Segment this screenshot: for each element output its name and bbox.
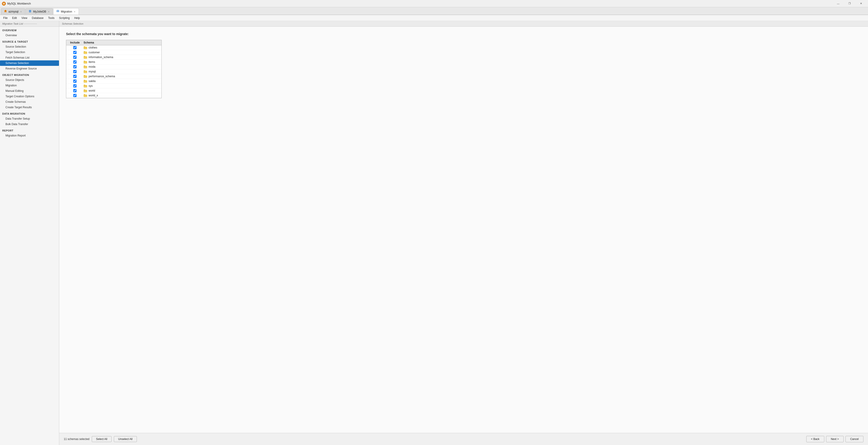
table-row: sys xyxy=(66,84,161,88)
restore-button[interactable]: ❐ xyxy=(844,0,855,7)
tab-icon-azmysql xyxy=(4,9,7,13)
sidebar-section-source--target: SOURCE & TARGET xyxy=(0,38,59,44)
schema-checkbox-performance_schema[interactable] xyxy=(73,75,76,78)
sidebar-item-schemas-selection[interactable]: Schemas Selection xyxy=(0,60,59,66)
menu-tools[interactable]: Tools xyxy=(46,16,57,20)
window-controls: — ❐ ✕ xyxy=(833,0,866,7)
back-button[interactable]: < Back xyxy=(806,436,824,442)
menu-view[interactable]: View xyxy=(19,16,30,20)
schema-name-cell-customer: customer xyxy=(82,51,160,54)
tab-bar: azmysql×MyJolieDB×Migration× xyxy=(0,7,868,15)
schema-name-cell-information_schema: information_schema xyxy=(82,56,160,59)
schema-checkbox-clothes[interactable] xyxy=(73,46,76,49)
sidebar-item-data-transfer-setup[interactable]: Data Transfer Setup xyxy=(0,116,59,121)
schema-checkbox-items[interactable] xyxy=(73,60,76,64)
table-row: world xyxy=(66,88,161,93)
schema-checkbox-information_schema[interactable] xyxy=(73,56,76,59)
schema-name-world_x: world_x xyxy=(89,94,98,97)
sidebar: Migration Task List ··················· … xyxy=(0,21,59,445)
schema-name-performance_schema: performance_schema xyxy=(89,75,115,78)
sidebar-section-data-migration: DATA MIGRATION xyxy=(0,110,59,116)
sidebar-item-fetch-schemas-list[interactable]: Fetch Schemas List xyxy=(0,55,59,60)
close-button[interactable]: ✕ xyxy=(856,0,866,7)
schema-checkbox-cell-world xyxy=(68,89,82,92)
footer-buttons: < Back Next > Cancel xyxy=(806,436,863,442)
tab-label-myjoliedb: MyJolieDB xyxy=(33,10,46,13)
tab-myjoliedb[interactable]: MyJolieDB× xyxy=(26,8,53,14)
tab-close-myjoliedb[interactable]: × xyxy=(48,10,50,13)
schema-checkbox-customer[interactable] xyxy=(73,51,76,54)
sidebar-item-target-selection[interactable]: Target Selection xyxy=(0,50,59,55)
sidebar-item-migration[interactable]: Migration xyxy=(0,83,59,88)
table-row: clothes xyxy=(66,46,161,50)
tab-label-migration: Migration xyxy=(61,10,72,13)
sidebar-item-target-creation-options[interactable]: Target Creation Options xyxy=(0,94,59,99)
menu-database[interactable]: Database xyxy=(30,16,46,20)
sidebar-item-create-schemas[interactable]: Create Schemas xyxy=(0,99,59,105)
schema-name-cell-items: items xyxy=(82,60,160,64)
schema-checkbox-moda[interactable] xyxy=(73,65,76,68)
minimize-button[interactable]: — xyxy=(833,0,843,7)
content-body: Select the schemata you want to migrate:… xyxy=(59,27,868,433)
cancel-button[interactable]: Cancel xyxy=(845,436,863,442)
unselect-all-button[interactable]: Unselect All xyxy=(114,436,137,442)
schema-column-header: Schema xyxy=(82,41,160,44)
menu-file[interactable]: File xyxy=(1,16,10,20)
table-row: world_x xyxy=(66,93,161,98)
schema-checkbox-sys[interactable] xyxy=(73,84,76,88)
schema-name-cell-world_x: world_x xyxy=(82,94,160,97)
tab-icon-migration xyxy=(56,9,59,13)
schema-name-cell-clothes: clothes xyxy=(82,46,160,49)
schema-name-cell-sakila: sakila xyxy=(82,80,160,83)
table-row: information_schema xyxy=(66,55,161,60)
schema-checkbox-cell-customer xyxy=(68,51,82,54)
tab-close-azmysql[interactable]: × xyxy=(20,10,22,13)
menu-scripting[interactable]: Scripting xyxy=(57,16,72,20)
tab-close-migration[interactable]: × xyxy=(73,10,76,13)
select-all-button[interactable]: Select All xyxy=(92,436,112,442)
schema-checkbox-cell-sys xyxy=(68,84,82,88)
tab-migration[interactable]: Migration× xyxy=(53,8,79,14)
svg-point-4 xyxy=(29,11,31,12)
sidebar-item-reverse-engineer-source[interactable]: Reverse Engineer Source xyxy=(0,66,59,71)
schema-checkbox-cell-moda xyxy=(68,65,82,68)
sidebar-item-manual-editing[interactable]: Manual Editing xyxy=(0,88,59,94)
main-layout: Migration Task List ··················· … xyxy=(0,21,868,445)
tab-label-azmysql: azmysql xyxy=(8,10,19,13)
schema-name-moda: moda xyxy=(89,65,95,68)
include-column-header: Include xyxy=(68,41,82,44)
schema-name-sys: sys xyxy=(89,84,93,88)
tab-azmysql[interactable]: azmysql× xyxy=(1,8,25,14)
table-row: mysql xyxy=(66,69,161,74)
content-footer: 11 schemas selected Select All Unselect … xyxy=(59,433,868,445)
schema-checkbox-cell-mysql xyxy=(68,70,82,73)
schema-name-cell-world: world xyxy=(82,89,160,92)
sidebar-item-source-selection[interactable]: Source Selection xyxy=(0,44,59,50)
table-row: items xyxy=(66,60,161,64)
sidebar-item-bulk-data-transfer[interactable]: Bulk Data Transfer xyxy=(0,121,59,127)
schema-checkbox-world[interactable] xyxy=(73,89,76,92)
schema-name-sakila: sakila xyxy=(89,80,96,83)
sidebar-item-create-target-results[interactable]: Create Target Results xyxy=(0,105,59,110)
schema-checkbox-mysql[interactable] xyxy=(73,70,76,73)
sidebar-item-migration-report[interactable]: Migration Report xyxy=(0,133,59,138)
schema-table-header: Include Schema xyxy=(66,40,161,46)
menu-edit[interactable]: Edit xyxy=(10,16,19,20)
content-header: Schemas Selection xyxy=(59,21,868,27)
schema-checkbox-cell-sakila xyxy=(68,80,82,83)
schema-name-items: items xyxy=(89,60,95,64)
schema-name-mysql: mysql xyxy=(89,70,96,73)
table-row: performance_schema xyxy=(66,74,161,79)
menu-bar: FileEditViewDatabaseToolsScriptingHelp xyxy=(0,15,868,21)
title-bar: W MySQL Workbench — ❐ ✕ xyxy=(0,0,868,7)
schema-checkbox-sakila[interactable] xyxy=(73,80,76,83)
next-button[interactable]: Next > xyxy=(826,436,844,442)
menu-help[interactable]: Help xyxy=(72,16,82,20)
tab-icon-myjoliedb xyxy=(28,9,32,13)
schema-rows: clothes customer information_schema item… xyxy=(66,46,161,98)
schema-name-customer: customer xyxy=(89,51,100,54)
table-row: moda xyxy=(66,64,161,69)
sidebar-item-source-objects[interactable]: Source Objects xyxy=(0,77,59,83)
sidebar-item-overview[interactable]: Overview xyxy=(0,33,59,38)
schema-checkbox-world_x[interactable] xyxy=(73,94,76,97)
